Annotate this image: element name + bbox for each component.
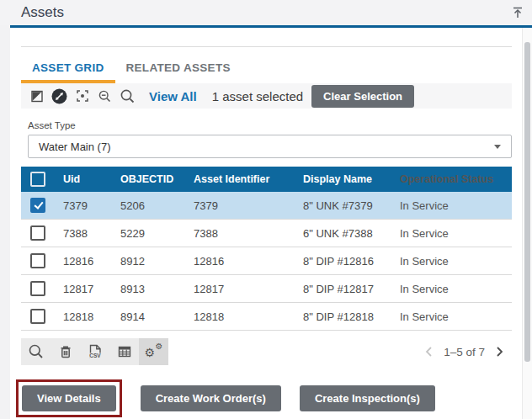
cell-asset-identifier: 7388 — [185, 227, 296, 240]
col-header-objectid[interactable]: OBJECTID — [112, 173, 185, 185]
row-checkbox[interactable] — [30, 281, 45, 296]
cell-uid: 7379 — [55, 199, 112, 212]
flash-selection-icon — [30, 89, 44, 103]
cell-asset-identifier: 12818 — [185, 310, 296, 323]
row-checkbox[interactable] — [30, 309, 45, 324]
scrollbar-thumb[interactable] — [524, 42, 530, 362]
asset-type-dropdown[interactable]: Water Main (7) — [28, 135, 512, 158]
table-columns-button[interactable] — [109, 338, 139, 365]
cell-uid: 7388 — [55, 227, 112, 240]
delete-button[interactable] — [51, 338, 80, 365]
col-header-display-name[interactable]: Display Name — [296, 173, 391, 185]
scrollbar-track[interactable] — [522, 28, 532, 419]
chevron-left-icon — [425, 346, 433, 358]
asset-type-label: Asset Type — [28, 120, 512, 130]
zoom-to-selection-button[interactable] — [71, 85, 93, 107]
table-columns-icon — [117, 344, 132, 359]
search-tool-button[interactable] — [116, 85, 139, 107]
view-all-link[interactable]: View All — [149, 89, 197, 103]
row-checkbox[interactable] — [30, 225, 45, 241]
chevron-down-icon — [494, 145, 501, 149]
cell-display-name: 6" UNK #7388 — [296, 227, 391, 240]
panel-title: Assets — [21, 4, 64, 21]
create-inspections-button[interactable]: Create Inspection(s) — [300, 385, 435, 411]
col-header-operational-status[interactable]: Operational Status — [391, 173, 512, 185]
grid-settings-button[interactable]: ⚙⚙ — [139, 338, 168, 365]
cell-operational-status: In Service — [391, 283, 512, 295]
asset-grid: Uid OBJECTID Asset Identifier Display Na… — [21, 167, 512, 331]
table-row[interactable]: 7388 5229 7388 6" UNK #7388 In Service — [21, 220, 512, 247]
previous-page-button[interactable] — [425, 346, 433, 358]
cell-operational-status: In Service — [391, 255, 512, 268]
tab-bar: ASSET GRID RELATED ASSETS — [21, 56, 512, 83]
col-header-uid[interactable]: Uid — [55, 173, 112, 185]
cell-uid: 12818 — [55, 310, 112, 323]
tab-asset-grid[interactable]: ASSET GRID — [21, 56, 115, 83]
cell-display-name: 8" DIP #12818 — [296, 310, 391, 323]
chevron-right-icon — [496, 346, 503, 358]
cell-uid: 12816 — [55, 255, 112, 268]
action-bar: View Details Create Work Order(s) Create… — [21, 379, 512, 417]
pagination: 1–5 of 7 — [425, 346, 503, 358]
zoom-out-button[interactable] — [93, 85, 116, 107]
export-csv-button[interactable]: CSV — [80, 338, 109, 365]
cell-asset-identifier: 12816 — [185, 255, 296, 268]
row-checkbox[interactable] — [30, 198, 45, 213]
view-details-highlight-box: View Details — [16, 379, 122, 417]
pagination-range: 1–5 of 7 — [444, 346, 485, 358]
zoom-to-selection-icon — [75, 88, 90, 103]
table-row[interactable]: 12817 8913 12817 8" DIP #12817 In Servic… — [21, 275, 512, 303]
col-header-asset-identifier[interactable]: Asset Identifier — [185, 173, 296, 185]
cell-operational-status: In Service — [391, 199, 512, 212]
cell-display-name: 8" UNK #7379 — [296, 199, 391, 212]
tab-related-assets[interactable]: RELATED ASSETS — [115, 56, 242, 83]
assets-card: ASSET GRID RELATED ASSETS — [10, 28, 522, 419]
flash-selection-button[interactable] — [25, 85, 48, 107]
clear-selection-button[interactable]: Clear Selection — [311, 85, 414, 108]
collapse-panel-button[interactable] — [508, 3, 528, 23]
pan-select-tool-icon — [51, 88, 67, 104]
grid-search-button[interactable] — [21, 338, 51, 365]
create-work-orders-button[interactable]: Create Work Order(s) — [141, 385, 281, 411]
table-row[interactable]: 12818 8914 12818 8" DIP #12818 In Servic… — [21, 303, 512, 331]
search-icon — [120, 88, 136, 104]
delete-icon — [58, 344, 73, 359]
cell-objectid: 5229 — [112, 227, 185, 240]
cell-operational-status: In Service — [391, 227, 512, 240]
cell-uid: 12817 — [55, 283, 112, 295]
settings-gears-icon: ⚙⚙ — [146, 343, 162, 360]
grid-toolbar: CSV ⚙⚙ — [21, 338, 168, 365]
cell-display-name: 8" DIP #12816 — [296, 255, 391, 268]
zoom-out-icon — [98, 89, 112, 103]
svg-text:CSV: CSV — [89, 353, 101, 358]
collapse-up-icon — [510, 5, 525, 20]
top-divider — [21, 46, 512, 47]
selection-status: 1 asset selected — [212, 89, 303, 103]
cell-operational-status: In Service — [391, 310, 512, 323]
selection-toolbar: View All 1 asset selected Clear Selectio… — [21, 83, 512, 109]
cell-asset-identifier: 7379 — [185, 199, 296, 212]
cell-objectid: 8914 — [112, 310, 185, 323]
view-details-button[interactable]: View Details — [22, 385, 116, 411]
select-all-checkbox[interactable] — [30, 172, 45, 187]
next-page-button[interactable] — [496, 346, 503, 358]
asset-type-value: Water Main (7) — [39, 141, 110, 153]
pan-select-tool-button[interactable] — [48, 85, 71, 107]
table-row[interactable]: 7379 5206 7379 8" UNK #7379 In Service — [21, 192, 512, 220]
grid-footer: CSV ⚙⚙ 1–5 of 7 — [21, 338, 512, 365]
panel-header: Assets — [0, 0, 532, 25]
cell-display-name: 8" DIP #12817 — [296, 283, 391, 295]
table-row[interactable]: 12816 8912 12816 8" DIP #12816 In Servic… — [21, 247, 512, 275]
cell-objectid: 8913 — [112, 283, 185, 295]
search-icon — [28, 343, 45, 360]
cell-asset-identifier: 12817 — [185, 283, 296, 295]
cell-objectid: 5206 — [112, 199, 185, 212]
grid-header-row: Uid OBJECTID Asset Identifier Display Na… — [21, 167, 512, 192]
row-checkbox[interactable] — [30, 253, 45, 268]
cell-objectid: 8912 — [112, 255, 185, 268]
export-csv-icon: CSV — [87, 343, 104, 360]
